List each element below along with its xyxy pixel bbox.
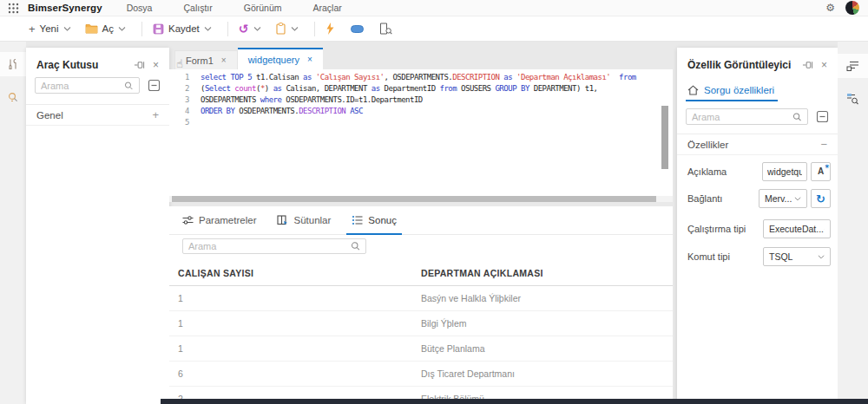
menu-calistir[interactable]: Çalıştır <box>183 3 212 13</box>
right-icon-strip <box>838 42 868 404</box>
clipboard-icon <box>275 23 286 35</box>
bottom-scrollbar[interactable] <box>161 399 868 404</box>
results-search-box <box>182 238 366 254</box>
code-line: 4ORDER BY OSDEPARTMENTS.DESCRIPTION ASC <box>169 106 673 117</box>
pin-icon[interactable] <box>802 61 813 69</box>
field-aciklama: Açıklama A <box>677 162 838 181</box>
properties-panel-header: Özellik Görüntüleyici × <box>677 55 838 75</box>
results-search-input[interactable] <box>188 241 351 251</box>
columns-icon <box>277 215 288 226</box>
plus-icon: + <box>29 23 36 35</box>
widget-button[interactable] <box>351 25 364 33</box>
blue-pill-icon <box>351 25 364 33</box>
table-cell: 1 <box>178 318 421 329</box>
editor-vertical-scrollbar[interactable] <box>661 106 668 169</box>
new-button-label: Yeni <box>40 23 59 34</box>
save-button[interactable]: Kaydet <box>153 23 212 35</box>
table-cell: 1 <box>178 343 421 354</box>
new-button[interactable]: + Yeni <box>29 23 71 35</box>
editor-tab-bar: Form1 × widgetquery × <box>169 48 673 69</box>
lightbulb-search-icon <box>7 91 19 103</box>
chevron-down-icon <box>253 27 261 31</box>
menu-araclar[interactable]: Araçlar <box>313 3 342 13</box>
tab-parametreler[interactable]: Parametreler <box>182 206 256 235</box>
toolbox-section-genel[interactable]: Genel + <box>26 105 169 126</box>
inspect-strip-button[interactable] <box>0 85 26 109</box>
properties-search-input[interactable] <box>692 112 792 122</box>
paste-button[interactable] <box>275 23 299 35</box>
chevron-down-icon <box>818 255 825 259</box>
refresh-icon: ↻ <box>816 193 825 205</box>
collapse-icon[interactable]: − <box>820 139 827 150</box>
column-header-calisan-sayisi: CALIŞAN SAYISI <box>178 268 421 278</box>
undo-button[interactable]: ↺ <box>239 23 261 35</box>
properties-tab-row: Sorgu özellikleri <box>677 81 838 101</box>
table-row[interactable]: 1Basýn ve Halkla Ýliþkiler <box>169 286 673 311</box>
aciklama-input[interactable] <box>762 162 807 181</box>
search-icon <box>792 112 802 122</box>
refresh-connection-button[interactable]: ↻ <box>811 189 831 208</box>
sql-code-editor[interactable]: 1select TOP 5 t1.Calisan as 'Calışan Say… <box>169 69 673 196</box>
properties-strip-button[interactable] <box>838 54 868 78</box>
table-row[interactable]: 6Dış Ticaret Departmanı <box>169 362 673 387</box>
toolbox-search-row <box>26 77 169 94</box>
menu-gorunum[interactable]: Görünüm <box>244 3 282 13</box>
tab-sutunlar[interactable]: Sütunlar <box>277 206 331 235</box>
settings-gear-icon[interactable]: ⚙ <box>825 3 835 13</box>
section-label: Genel <box>36 110 152 121</box>
close-tab-icon[interactable]: × <box>307 55 312 64</box>
table-row[interactable]: 1Bilgi Ýþlem <box>169 311 673 336</box>
baglanti-select[interactable]: Merv... <box>759 189 807 208</box>
collapse-all-icon[interactable] <box>148 79 161 92</box>
open-button[interactable]: Aç <box>85 23 126 34</box>
undo-icon: ↺ <box>239 23 249 35</box>
folder-icon <box>85 23 98 34</box>
preview-button[interactable] <box>379 23 392 35</box>
close-icon[interactable]: × <box>821 60 827 70</box>
line-number: 1 <box>169 72 201 83</box>
properties-section-ozellikler[interactable]: Özellikler − <box>677 134 838 155</box>
toolbar-separator <box>227 22 228 36</box>
lightning-run-icon <box>326 23 335 35</box>
collapse-all-icon[interactable] <box>816 110 829 123</box>
tab-form1[interactable]: Form1 × <box>174 50 238 69</box>
tab-label: widgetquery <box>248 55 299 65</box>
app-title: BimserSynergy <box>28 3 102 13</box>
query-search-strip-button[interactable] <box>838 87 868 111</box>
table-row[interactable]: 1Bütçe Planlama <box>169 336 673 362</box>
sliders-icon <box>182 215 194 225</box>
properties-panel-title: Özellik Görüntüleyici <box>687 59 802 71</box>
code-line: 5 <box>169 117 673 128</box>
editor-horizontal-scrollbar[interactable] <box>172 196 656 202</box>
table-row[interactable]: 2Elektrik Bölümü <box>169 387 673 399</box>
menu-dosya[interactable]: Dosya <box>127 3 153 13</box>
app-launcher-icon[interactable] <box>8 3 19 14</box>
toolbox-panel-title: Araç Kutusu <box>36 59 134 71</box>
result-table-header: CALIŞAN SAYISI DEPARTMAN AÇIKLAMASI <box>169 268 673 286</box>
close-icon[interactable]: × <box>153 60 159 70</box>
tab-sonuc[interactable]: Sonuç <box>352 206 397 235</box>
toolbox-icon <box>7 58 19 70</box>
toolbox-panel: Araç Kutusu × Genel + <box>26 48 169 404</box>
komut-tipi-select[interactable]: TSQL <box>763 247 831 266</box>
save-floppy-icon <box>153 23 164 35</box>
add-icon[interactable]: + <box>152 109 159 121</box>
toolbox-strip-button[interactable] <box>0 52 26 76</box>
table-cell: Bütçe Planlama <box>421 343 673 354</box>
translate-button[interactable]: A <box>811 162 831 181</box>
calistirma-tipi-select[interactable]: ExecuteDat... <box>763 219 831 238</box>
user-avatar[interactable] <box>845 1 859 15</box>
tab-sorgu-ozellikleri[interactable]: Sorgu özellikleri <box>686 81 778 101</box>
code-line: 1select TOP 5 t1.Calisan as 'Calışan Say… <box>169 72 673 83</box>
close-tab-icon[interactable]: × <box>221 56 227 65</box>
search-icon <box>124 81 134 91</box>
pin-icon[interactable] <box>134 61 145 69</box>
results-panel: Parametreler Sütunlar Sonuç CALIŞAN SAYI… <box>169 206 673 399</box>
app-bar: BimserSynergy Dosya Çalıştır Görünüm Ara… <box>0 0 868 16</box>
run-button[interactable] <box>326 23 335 35</box>
selected-value: Merv... <box>765 193 792 204</box>
field-baglanti: Bağlantı Merv... ↻ <box>677 189 838 208</box>
result-list-icon <box>352 215 363 225</box>
toolbox-search-input[interactable] <box>41 81 124 91</box>
tab-widgetquery[interactable]: widgetquery × <box>238 48 323 69</box>
